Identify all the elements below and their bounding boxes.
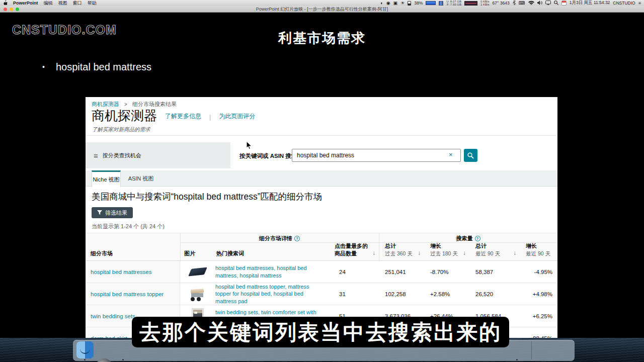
funnel-icon [97, 210, 102, 215]
niche-link[interactable]: hospital bed mattresses [91, 269, 151, 275]
temp-fan-readout: 67° 3643 [493, 1, 510, 6]
niche-link[interactable]: twin bedding sets [91, 313, 135, 319]
browse-categories-label: 按分类查找机会 [103, 152, 141, 159]
col-subheader-growth-90: 最近 90 天 [526, 250, 550, 257]
niche-link[interactable]: hospital bed mattress topper [91, 291, 164, 297]
breadcrumb: 商机探测器 > 细分市场搜索结果 [92, 101, 177, 108]
user-menu[interactable]: CNSTUDIO [613, 1, 635, 6]
group-header-niche-details: 细分市场详情 [259, 235, 292, 242]
window-title-bar: PowerPoint 幻灯片放映 - [一步一步教你选品可行性分析案例-阿甘] [0, 6, 644, 13]
menu-item-window[interactable]: 窗口 [73, 0, 82, 7]
menu-bar: PowerPoint 编辑 视图 窗口 帮助 ◐ ◉ ▣ ☀ 38% U: 8.… [0, 0, 644, 6]
search-band: 按分类查找机会 按关键词或 ASIN 搜索 × [86, 142, 557, 168]
running-indicator [516, 359, 518, 360]
network-graph-icon[interactable] [464, 1, 477, 6]
window-traffic-lights [4, 8, 19, 11]
brightness-icon[interactable]: ☀ [400, 1, 405, 6]
browse-categories-button[interactable]: 按分类查找机会 [86, 142, 230, 168]
volume-icon[interactable] [537, 1, 542, 6]
window-title: PowerPoint 幻灯片放映 - [一步一步教你选品可行性分析案例-阿甘] [256, 7, 388, 12]
filter-results-button[interactable]: 筛选结果 [92, 207, 133, 218]
top-clicked-products-value: 24 [332, 269, 379, 275]
eye-icon[interactable]: ◉ [386, 1, 390, 6]
alert-icon[interactable]: ▣ [393, 1, 398, 6]
top-search-terms[interactable]: hospital bed mattress topper, mattress t… [215, 283, 332, 305]
search-button[interactable] [464, 149, 477, 162]
menu-list-icon[interactable]: ≡ [638, 1, 641, 6]
help-icon[interactable] [294, 236, 300, 241]
sort-icon[interactable]: ↓ [513, 249, 516, 256]
menu-item-help[interactable]: 帮助 [88, 0, 97, 7]
growth-90-value: +4.98% [525, 291, 557, 297]
launchpad-icon[interactable] [96, 358, 113, 362]
hospital-bed-thumbnail [190, 287, 206, 301]
growth-180-value: +2.58% [427, 291, 472, 297]
minimize-window-button[interactable] [10, 8, 13, 11]
results-count: 当前显示第 1-24 个 (共 24 个) [92, 223, 165, 230]
col-header-total-360: 总计 [385, 242, 413, 250]
apple-menu-icon[interactable] [3, 0, 8, 6]
sort-icon[interactable]: ↓ [463, 249, 466, 256]
battery-percent: 38% [414, 1, 423, 6]
view-tabs: Niche 视图 ASIN 视图 [86, 170, 557, 187]
keyboard-input-icon[interactable]: ⌨ [519, 1, 525, 6]
hamburger-icon [94, 151, 98, 160]
table-row[interactable]: hospital bed mattress topper hospital be… [86, 283, 557, 305]
bluetooth-icon[interactable] [513, 0, 516, 6]
total-90-value: 26,520 [472, 291, 525, 297]
product-image[interactable] [180, 268, 215, 276]
growth-90-value: -4.95% [525, 269, 557, 275]
calendar-icon[interactable] [561, 1, 567, 6]
bullet-item: hospital bed mattress [42, 61, 151, 73]
col-header-growth-180: 增长 [430, 242, 458, 250]
close-window-button[interactable] [4, 8, 7, 11]
learn-more-link[interactable]: 了解更多信息 [165, 112, 201, 121]
dock-divider [531, 341, 532, 359]
help-icon[interactable] [475, 236, 480, 241]
link-separator: | [209, 114, 211, 121]
product-image[interactable] [180, 287, 215, 301]
page-tagline: 了解买家对新商品的需求 [92, 126, 150, 133]
growth-180-value: -8.70% [427, 269, 472, 275]
menu-item-view[interactable]: 视图 [58, 0, 67, 7]
menu-item-edit[interactable]: 编辑 [44, 0, 53, 7]
teamviewer-icon[interactable]: ◐ [380, 1, 383, 6]
growth-90-value: +6.25% [525, 313, 557, 319]
total-90-value: 58,387 [472, 269, 525, 275]
wifi-icon[interactable] [528, 1, 534, 6]
clock-readout[interactable]: 1月3日 周五 11:54:32 [570, 0, 610, 6]
running-indicator [122, 359, 124, 360]
presentation-slide: CNSTUDIO.COM 利基市场需求 hospital bed mattres… [0, 13, 644, 338]
spotlight-search-icon[interactable] [554, 1, 558, 6]
col-header-total-90: 总计 [475, 242, 500, 250]
zoom-window-button[interactable] [16, 8, 19, 11]
results-title: 美国商城中与搜索词“hospital bed mattress”匹配的细分市场 [92, 191, 322, 203]
tab-niche-view[interactable]: Niche 视图 [92, 170, 121, 187]
menu-item-app[interactable]: PowerPoint [13, 1, 38, 6]
sort-icon[interactable]: ↓ [418, 249, 421, 256]
table-row[interactable]: hospital bed mattresses hospital bed mat… [86, 261, 557, 283]
memory-meter-icon[interactable] [439, 1, 443, 6]
airplay-display-icon[interactable] [545, 1, 551, 6]
magnifier-icon [467, 152, 474, 159]
top-search-terms[interactable]: hospital bed mattresses, hospital bed ma… [215, 264, 332, 279]
col-subheader-360: 过去 360 天 [385, 250, 413, 257]
rate-page-link[interactable]: 为此页面评分 [219, 112, 255, 121]
tab-asin-view[interactable]: ASIN 视图 [125, 170, 157, 187]
breadcrumb-home-link[interactable]: 商机探测器 [92, 101, 119, 107]
finder-icon[interactable] [76, 341, 94, 358]
search-input[interactable] [292, 149, 461, 162]
video-subtitle: 去那个关键词列表当中去搜索出来的 [132, 317, 509, 347]
clear-search-icon[interactable]: × [449, 151, 453, 158]
col-header-niche: 细分市场 [91, 250, 113, 257]
battery-icon[interactable] [408, 1, 411, 6]
mouse-cursor [246, 141, 253, 152]
col-header-image: 图片 [184, 250, 195, 257]
breadcrumb-current: 细分市场搜索结果 [132, 101, 177, 107]
col-header-growth-90: 增长 [526, 242, 550, 250]
embedded-app-screenshot: 商机探测器 > 细分市场搜索结果 商机探测器 了解更多信息 | 为此页面评分 了… [86, 97, 557, 343]
sort-icon[interactable]: ↓ [372, 249, 375, 256]
cpu-meter-icon[interactable] [426, 1, 436, 5]
top-clicked-products-value: 31 [332, 291, 379, 297]
search-label: 按关键词或 ASIN 搜索 [239, 152, 297, 160]
